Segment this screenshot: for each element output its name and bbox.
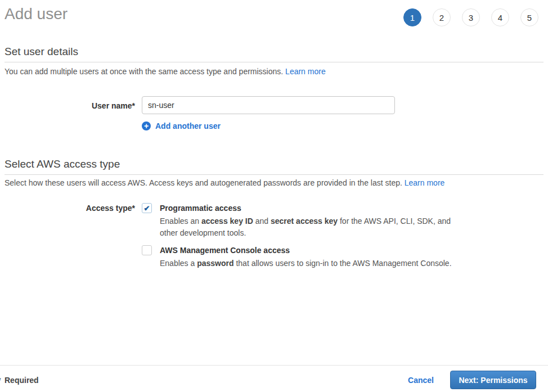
step-circle-4: 4: [491, 8, 509, 26]
desc-text: Enables an: [160, 217, 201, 226]
desc-bold: secret access key: [271, 217, 338, 226]
page-title: Add user: [5, 5, 68, 23]
desc-text: that allows users to sign-in to the AWS …: [234, 259, 452, 268]
section-heading-access-type: Select AWS access type: [5, 158, 543, 175]
option-desc-programmatic-access: Enables an access key ID and secret acce…: [160, 215, 458, 239]
desc-bold: password: [197, 259, 233, 268]
desc-bold: access key ID: [201, 217, 253, 226]
desc-text: and: [253, 217, 271, 226]
desc-text: Enables a: [160, 259, 197, 268]
learn-more-link-access-type[interactable]: Learn more: [405, 178, 445, 187]
step-circle-3: 3: [462, 8, 480, 26]
user-details-description-text: You can add multiple users at once with …: [5, 67, 283, 76]
plus-icon: +: [142, 121, 151, 130]
option-desc-console-access: Enables a password that allows users to …: [160, 258, 475, 269]
checkmark-icon: ✔: [144, 204, 150, 213]
access-type-label: Access type*: [5, 204, 135, 213]
step-circle-1: 1: [403, 8, 421, 26]
learn-more-link-user-details[interactable]: Learn more: [285, 67, 326, 76]
access-type-description: Select how these users will access AWS. …: [5, 179, 444, 187]
username-input[interactable]: [142, 96, 395, 114]
option-title-programmatic-access: Programmatic access: [160, 204, 241, 213]
step-circle-5: 5: [520, 8, 538, 26]
access-type-description-text: Select how these users will access AWS. …: [5, 178, 402, 187]
footer-divider: [0, 365, 548, 366]
user-details-description: You can add multiple users at once with …: [5, 67, 326, 76]
cancel-button[interactable]: Cancel: [408, 376, 434, 385]
checkbox-console-access[interactable]: [142, 245, 152, 255]
add-another-user-button[interactable]: + Add another user: [142, 121, 221, 130]
username-label: User name*: [5, 101, 135, 110]
section-heading-user-details: Set user details: [5, 46, 543, 62]
step-circle-2: 2: [433, 8, 451, 26]
required-note: Required: [5, 376, 39, 385]
next-permissions-button[interactable]: Next: Permissions: [450, 371, 536, 389]
required-asterisk: *: [0, 376, 1, 385]
add-another-user-label: Add another user: [155, 121, 221, 130]
wizard-step-indicator: 1 2 3 4 5: [403, 8, 538, 26]
option-title-console-access: AWS Management Console access: [160, 246, 290, 255]
checkbox-programmatic-access[interactable]: ✔: [142, 203, 152, 213]
